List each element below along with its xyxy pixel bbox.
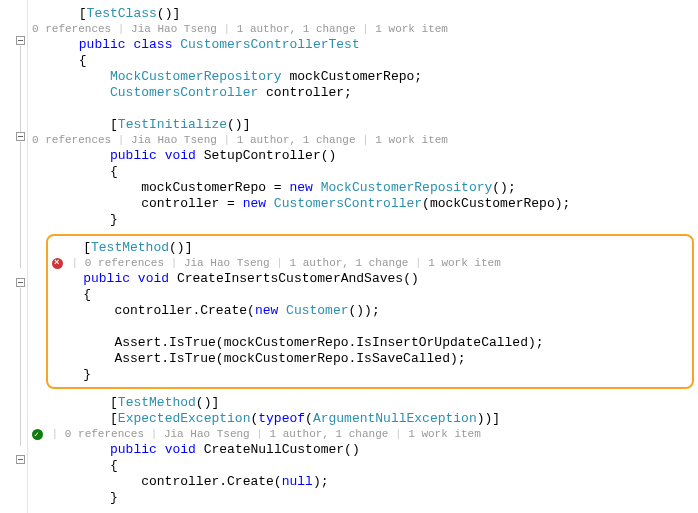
test-fail-icon bbox=[52, 258, 63, 269]
fold-button[interactable] bbox=[16, 36, 25, 45]
codelens[interactable]: 0 references | Jia Hao Tseng | 1 author,… bbox=[32, 133, 698, 147]
fold-button[interactable] bbox=[16, 132, 25, 141]
codelens[interactable]: | 0 references | Jia Hao Tseng | 1 autho… bbox=[52, 256, 684, 270]
test-pass-icon bbox=[32, 429, 43, 440]
method-name: CreateNullCustomer bbox=[204, 442, 344, 457]
fold-button[interactable] bbox=[16, 278, 25, 287]
method-name: SetupController bbox=[204, 148, 321, 163]
code-content[interactable]: [TestClass()] 0 references | Jia Hao Tse… bbox=[28, 0, 698, 513]
method-name: CreateInsertsCustomerAndSaves bbox=[177, 271, 403, 286]
codelens[interactable]: 0 references | Jia Hao Tseng | 1 author,… bbox=[32, 22, 698, 36]
gutter bbox=[0, 0, 28, 513]
highlighted-method: [TestMethod()] | 0 references | Jia Hao … bbox=[46, 234, 694, 389]
attribute: TestClass bbox=[87, 6, 157, 21]
codelens[interactable]: | 0 references | Jia Hao Tseng | 1 autho… bbox=[32, 427, 698, 441]
fold-button[interactable] bbox=[16, 455, 25, 464]
class-name: CustomersControllerTest bbox=[180, 37, 359, 52]
code-editor: [TestClass()] 0 references | Jia Hao Tse… bbox=[0, 0, 698, 513]
